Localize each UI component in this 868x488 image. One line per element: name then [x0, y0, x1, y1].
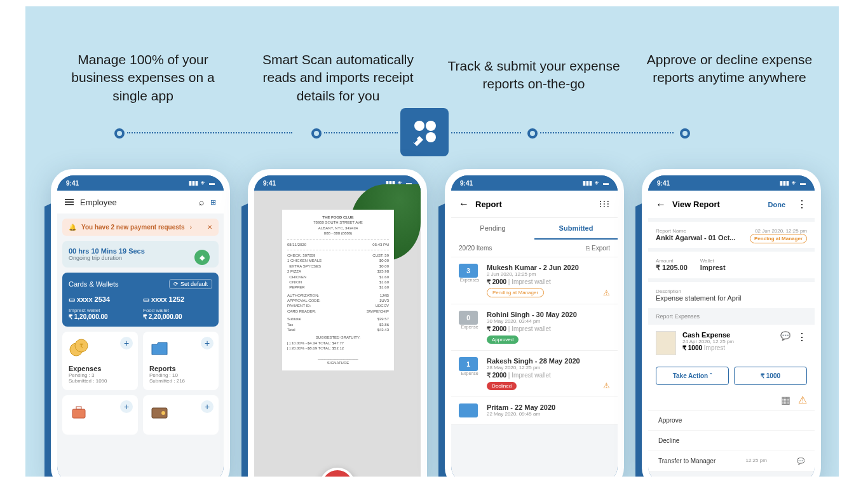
phone-employee-dashboard: 9:41 ▮▮▮ᯤ▬ Employee ⌕ ⊞ 🔔 You have 2 new…	[51, 169, 230, 477]
timeline-connector	[540, 132, 674, 133]
tab-submitted[interactable]: Submitted	[534, 218, 618, 240]
timeline-connector	[324, 132, 398, 133]
heading-4: Approve or decline expense reports anyti…	[641, 51, 818, 87]
svg-point-0	[414, 121, 424, 131]
comment-icon[interactable]: 💬	[780, 331, 790, 355]
export-button[interactable]: ⎘ Export	[586, 245, 610, 252]
page-title: Report	[475, 200, 592, 209]
cards-wallets-card: Cards & Wallets ⟳ Set default ▭ xxxx 253…	[62, 273, 219, 327]
search-icon[interactable]: ⌕	[199, 197, 204, 207]
bell-icon: 🔔	[69, 224, 76, 231]
menu-decline[interactable]: Decline	[648, 431, 815, 451]
heading-1: Manage 100% of your business expenses on…	[54, 51, 232, 105]
receipt-document: THE FOOD CLUB 78950 SOUTH STREET AVE ALB…	[282, 210, 394, 370]
reports-tile[interactable]: + Reports Pending : 10Submitted : 216	[143, 332, 219, 390]
timeline-dot	[680, 128, 690, 139]
report-item[interactable]: 0ExpenseRohini Singh - 30 May 202030 May…	[451, 304, 618, 351]
grid-icon[interactable]: ⊞	[210, 198, 216, 207]
filter-icon[interactable]: ᎒᎒᎒	[599, 200, 610, 209]
section-header: Report Expenses	[648, 308, 815, 325]
svg-rect-7	[72, 409, 85, 418]
phone-report-list: 9:41 ▮▮▮ᯤ▬ ← Report ᎒᎒᎒ Pending Submitte…	[445, 169, 624, 477]
back-icon[interactable]: ←	[459, 198, 469, 210]
comment-icon: 💬	[797, 458, 804, 464]
wifi-icon: ᯤ	[201, 180, 207, 186]
wallet-icon	[149, 402, 170, 422]
warning-icon[interactable]: ⚠	[798, 394, 807, 406]
folder-icon	[149, 338, 170, 358]
svg-point-1	[426, 121, 436, 131]
wallet-tile[interactable]: +	[143, 395, 219, 435]
wallet-card[interactable]: ▭ xxxx 2534 Imprest wallet₹ 1,20,000.00	[69, 295, 138, 320]
take-action-button[interactable]: Take Action ˆ	[656, 367, 729, 385]
timeline-dot	[527, 128, 538, 139]
travel-tile[interactable]: +	[62, 395, 138, 435]
tab-pending[interactable]: Pending	[451, 218, 534, 240]
svg-point-10	[161, 411, 165, 415]
timeline-connector	[127, 132, 292, 133]
timeline-dot	[311, 128, 322, 139]
timeline-connector	[451, 132, 521, 133]
amount-display: ₹ 1000	[734, 367, 807, 385]
add-button[interactable]: +	[201, 400, 214, 413]
status-bar: 9:41 ▮▮▮ᯤ▬	[451, 175, 618, 191]
set-default-button[interactable]: ⟳ Set default	[169, 279, 212, 289]
action-menu: Approve Decline Transfer to Manager 12:2…	[648, 410, 815, 471]
report-item[interactable]: Pritam - 22 May 202022 May 2020, 09:45 a…	[451, 397, 618, 424]
app-topbar: Employee ⌕ ⊞	[57, 191, 224, 214]
heading-3: Track & submit your expense reports on-t…	[445, 57, 623, 93]
add-button[interactable]: +	[120, 337, 133, 349]
chevron-right-icon: ›	[190, 224, 192, 231]
warning-icon: ⚠	[603, 381, 610, 390]
status-badge: Pending at Manager	[750, 234, 807, 243]
suitcase-icon	[69, 402, 89, 422]
warning-icon: ⚠	[603, 288, 610, 297]
more-icon[interactable]: ⋮	[797, 198, 807, 210]
coins-icon: ₹	[69, 338, 89, 358]
app-logo	[400, 108, 449, 156]
phone-smart-scan: 9:41 ▮▮▮ᯤ▬ THE FOOD CLUB 78950 SOUTH STR…	[248, 169, 427, 477]
shutter-button[interactable]	[320, 468, 355, 477]
notification-banner[interactable]: 🔔 You have 2 new payment requests › ✕	[62, 219, 219, 236]
report-item[interactable]: 3ExpensesMukesh Kumar - 2 Jun 20202 Jun …	[451, 257, 618, 304]
report-name-block: Report Name02 Jun 2020, 12:25 pm Ankit A…	[648, 222, 815, 248]
expense-item[interactable]: Cash Expense 24 Apr 2020, 12:25 pm ₹ 100…	[648, 325, 815, 362]
item-count: 20/20 Items	[459, 245, 492, 252]
report-item[interactable]: 1ExpenseRakesh Singh - 28 May 202028 May…	[451, 351, 618, 397]
battery-icon: ▬	[209, 180, 215, 186]
page-title: View Report	[672, 200, 762, 209]
heading-2: Smart Scan automatically reads and impor…	[249, 51, 427, 105]
add-button[interactable]: +	[201, 337, 214, 349]
status-bar: 9:41 ▮▮▮ᯤ▬	[648, 175, 815, 191]
chevron-up-icon: ˆ	[710, 372, 712, 379]
menu-approve[interactable]: Approve	[648, 410, 815, 431]
timeline-dot	[114, 128, 125, 139]
menu-icon[interactable]	[65, 199, 74, 205]
receipt-thumbnail	[656, 331, 676, 355]
marketing-canvas: Manage 100% of your business expenses on…	[25, 6, 839, 477]
close-icon[interactable]: ✕	[207, 224, 212, 231]
menu-transfer[interactable]: Transfer to Manager 12:25 pm 💬	[648, 451, 815, 471]
svg-point-2	[426, 132, 436, 142]
phone-view-report: 9:41 ▮▮▮ᯤ▬ ← View Report Done ⋮ Report N…	[642, 169, 821, 477]
svg-text:₹: ₹	[79, 342, 83, 349]
more-icon[interactable]: ⋮	[797, 331, 807, 355]
location-pin-icon: ◆	[194, 250, 210, 265]
receipt-icon[interactable]: ▦	[781, 394, 790, 406]
expenses-tile[interactable]: + ₹ Expenses Pending : 3Submitted : 1090	[62, 332, 138, 390]
back-icon[interactable]: ←	[656, 199, 666, 210]
add-button[interactable]: +	[120, 400, 133, 413]
trip-duration-card[interactable]: 00 hrs 10 Mins 19 Secs Ongoing trip dura…	[62, 241, 219, 268]
svg-rect-8	[76, 407, 81, 409]
camera-viewport: THE FOOD CLUB 78950 SOUTH STREET AVE ALB…	[254, 191, 421, 477]
page-title: Employee	[80, 198, 193, 207]
done-button[interactable]: Done	[768, 201, 786, 208]
signal-icon: ▮▮▮	[189, 180, 198, 186]
status-bar: 9:41 ▮▮▮ᯤ▬	[57, 175, 224, 191]
wallet-card[interactable]: ▭ xxxx 1252 Food wallet₹ 2,20,000.00	[143, 295, 212, 320]
